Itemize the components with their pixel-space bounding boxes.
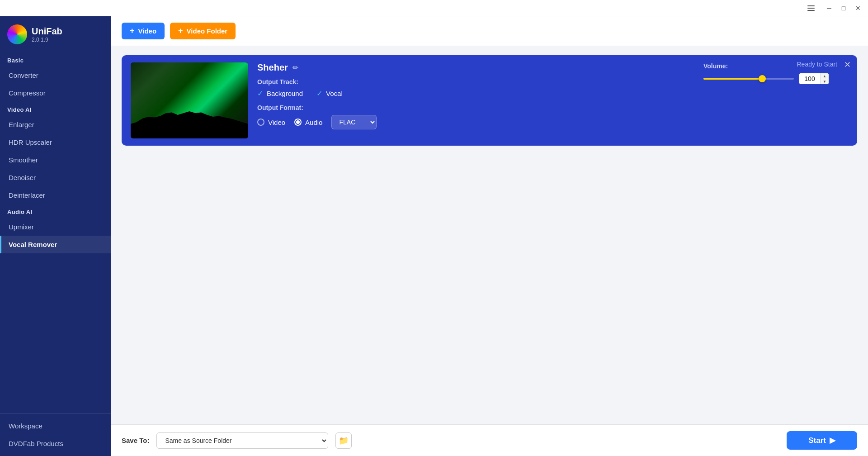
format-select[interactable]: FLAC MP3 WAV AAC OGG [331,115,377,129]
thumbnail-image [131,62,248,138]
vocal-track-option[interactable]: ✓ Vocal [316,89,343,98]
file-card: Ready to Start ✕ Sheher ✏ Out [122,55,857,146]
format-options: Video Audio FLAC MP3 WAV AAC [257,115,685,129]
volume-slider-thumb[interactable] [759,75,766,82]
app-name: UniFab [32,26,62,37]
toolbar: + Video + Video Folder [111,16,868,46]
background-check-icon: ✓ [257,89,263,98]
video-format-option[interactable]: Video [257,119,285,126]
logo-text: UniFab 2.0.1.9 [32,26,62,43]
audio-format-label: Audio [305,119,322,126]
content-area: Ready to Start ✕ Sheher ✏ Out [111,46,868,424]
edit-icon[interactable]: ✏ [292,63,298,72]
volume-row: ▲ ▼ [703,73,848,84]
title-bar: ─ □ ✕ [0,0,868,16]
folder-icon: 📁 [339,436,349,446]
sidebar-item-denoiser[interactable]: Denoiser [0,169,111,186]
logo-icon [7,24,27,44]
volume-slider-track [703,78,794,80]
sidebar-item-workspace[interactable]: Workspace [0,417,111,435]
output-format-section: Output Format: Video Audio FLA [257,104,685,129]
volume-slider-fill [703,78,762,80]
menu-button[interactable] [805,3,817,14]
audio-format-option[interactable]: Audio [294,119,322,126]
output-track-label: Output Track: [257,78,685,86]
video-radio-circle [257,119,264,126]
start-button[interactable]: Start ▶ [787,431,857,450]
file-thumbnail [131,62,248,138]
start-label: Start [808,436,826,445]
audio-ai-section-label: Audio AI [0,204,111,218]
sidebar-item-hdr-upscaler[interactable]: HDR Upscaler [0,133,111,151]
basic-section-label: Basic [0,52,111,66]
vocal-check-icon: ✓ [316,89,322,98]
video-format-label: Video [268,119,285,126]
logo-area: UniFab 2.0.1.9 [0,16,111,52]
volume-down-button[interactable]: ▼ [821,79,829,84]
output-format-label: Output Format: [257,104,685,111]
sidebar-bottom: Workspace DVDFab Products [0,413,111,456]
volume-up-button[interactable]: ▲ [821,73,829,79]
add-folder-label: Video Folder [187,27,228,35]
output-track-section: Output Track: ✓ Background ✓ Vocal [257,78,685,98]
sidebar-item-enlarger[interactable]: Enlarger [0,116,111,133]
card-status: Ready to Start [797,61,838,68]
app-container: UniFab 2.0.1.9 Basic Converter Compresso… [0,16,868,456]
sidebar: UniFab 2.0.1.9 Basic Converter Compresso… [0,16,111,456]
sidebar-item-upmixer[interactable]: Upmixer [0,218,111,236]
add-video-button[interactable]: + Video [122,23,165,39]
app-version: 2.0.1.9 [32,37,62,43]
main-content: + Video + Video Folder Ready to Start ✕ [111,16,868,456]
volume-number-input[interactable] [799,73,820,84]
track-options: ✓ Background ✓ Vocal [257,89,685,98]
card-close-button[interactable]: ✕ [844,60,851,70]
volume-input-wrapper: ▲ ▼ [799,73,829,84]
volume-spinners: ▲ ▼ [820,73,829,84]
minimize-button[interactable]: ─ [823,3,835,14]
plus-icon: + [130,26,135,36]
video-ai-section-label: Video AI [0,102,111,116]
sidebar-item-converter[interactable]: Converter [0,66,111,84]
file-name: Sheher [257,62,288,73]
file-title-row: Sheher ✏ [257,62,685,73]
close-button[interactable]: ✕ [852,3,864,14]
audio-radio-circle [294,119,302,126]
sidebar-item-deinterlacer[interactable]: Deinterlacer [0,186,111,204]
maximize-button[interactable]: □ [837,3,850,14]
bottom-bar: Save To: Same as Source Folder Custom Fo… [111,424,868,456]
file-details: Sheher ✏ Output Track: ✓ Background [257,62,685,129]
thumbnail-silhouette [131,102,248,138]
background-track-label: Background [267,90,303,97]
save-to-label: Save To: [122,437,149,444]
sidebar-item-vocal-remover[interactable]: Vocal Remover [0,236,111,253]
plus-folder-icon: + [178,26,183,36]
browse-folder-button[interactable]: 📁 [335,432,352,449]
add-video-label: Video [138,27,157,35]
sidebar-item-smoother[interactable]: Smoother [0,151,111,169]
volume-slider-container[interactable] [703,74,794,83]
save-to-select[interactable]: Same as Source Folder Custom Folder [156,432,328,449]
add-folder-button[interactable]: + Video Folder [170,23,236,39]
sidebar-item-compressor[interactable]: Compressor [0,84,111,102]
start-arrow-icon: ▶ [830,436,835,445]
sidebar-item-dvdfab[interactable]: DVDFab Products [0,435,111,452]
background-track-option[interactable]: ✓ Background [257,89,303,98]
vocal-track-label: Vocal [326,90,343,97]
